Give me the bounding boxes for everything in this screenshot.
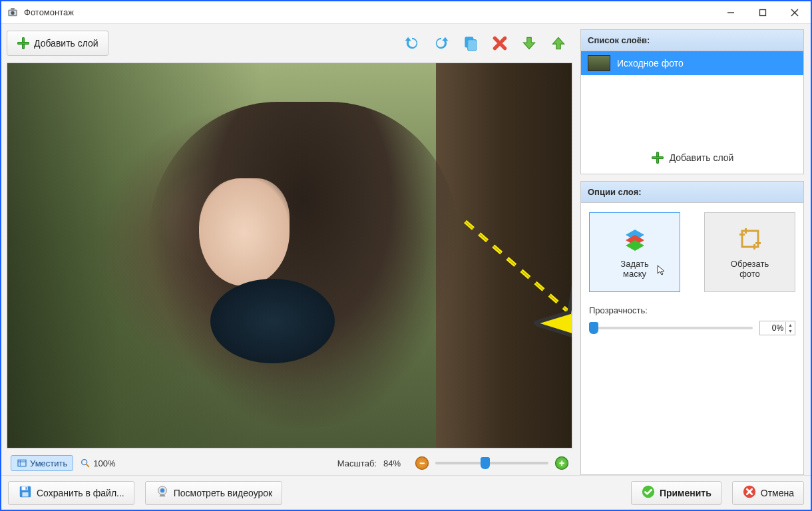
layer-up-icon[interactable]: [548, 33, 568, 53]
options-panel: Опции слоя: Задать маску: [580, 181, 804, 475]
canvas[interactable]: [7, 63, 572, 448]
opacity-label: Прозрачность:: [589, 305, 795, 315]
cancel-button[interactable]: Отмена: [732, 481, 804, 505]
layers-stack-icon: [622, 226, 648, 252]
opacity-spinbox[interactable]: ▲ ▼: [759, 321, 795, 335]
layer-thumbnail: [588, 55, 610, 71]
svg-rect-26: [25, 487, 27, 490]
app-icon: [7, 7, 19, 19]
canvas-image-detail: [210, 279, 335, 363]
cursor-icon: [657, 265, 668, 275]
scale-label: Масштаб:: [337, 458, 377, 468]
svg-line-14: [87, 464, 89, 467]
add-layer-row[interactable]: Добавить слой: [581, 144, 803, 174]
save-file-label: Сохранить в файл...: [37, 488, 124, 498]
redo-icon[interactable]: [431, 33, 451, 53]
fit-label: Уместить: [30, 458, 67, 468]
fit-button[interactable]: Уместить: [11, 455, 73, 471]
cancel-icon: [742, 484, 757, 501]
layers-header: Список слоёв:: [581, 30, 803, 51]
svg-rect-19: [739, 234, 745, 236]
scale-value: 84%: [383, 458, 401, 468]
zoom-100-button[interactable]: 100%: [80, 458, 115, 468]
spin-up[interactable]: ▲: [786, 322, 795, 328]
crop-photo-label: Обрезать фото: [731, 259, 769, 279]
crop-photo-tile[interactable]: Обрезать фото: [704, 212, 795, 292]
save-icon: [18, 484, 33, 501]
opacity-input[interactable]: [760, 323, 785, 333]
svg-rect-12: [18, 460, 26, 466]
webcam-icon: [155, 484, 170, 501]
fit-icon: [17, 458, 27, 468]
watch-video-button[interactable]: Посмотреть видеоурок: [145, 481, 282, 505]
svg-rect-18: [742, 231, 758, 247]
add-layer-label: Добавить слой: [670, 152, 734, 163]
window-title: Фотомонтаж: [24, 7, 715, 17]
delete-icon[interactable]: [490, 33, 510, 53]
body: Добавить слой: [1, 24, 811, 475]
apply-label: Применить: [660, 488, 711, 498]
zoom-slider[interactable]: [435, 462, 548, 464]
layer-down-icon[interactable]: [519, 33, 539, 53]
add-layer-button[interactable]: Добавить слой: [7, 31, 108, 56]
options-header: Опции слоя:: [581, 182, 803, 203]
maximize-button[interactable]: [747, 1, 779, 23]
svg-point-2: [11, 11, 14, 14]
minimize-button[interactable]: [715, 1, 747, 23]
app-window: Фотомонтаж Добавить слой: [0, 0, 812, 511]
svg-rect-5: [760, 9, 766, 15]
svg-rect-24: [22, 486, 28, 490]
left-pane: Добавить слой: [1, 24, 578, 475]
svg-rect-21: [745, 228, 747, 234]
layer-item[interactable]: Исходное фото: [581, 51, 803, 75]
check-icon: [641, 484, 656, 501]
plus-icon: [17, 37, 30, 50]
svg-rect-22: [753, 244, 755, 250]
window-controls: [715, 1, 811, 23]
watch-video-label: Посмотреть видеоурок: [174, 488, 272, 498]
plus-icon: [651, 151, 664, 164]
canvas-image-detail: [148, 102, 459, 428]
add-layer-label: Добавить слой: [34, 38, 99, 49]
opacity-slider[interactable]: [589, 327, 753, 329]
layers-panel: Список слоёв: Исходное фото Добавить сло…: [580, 29, 804, 174]
opacity-slider-thumb[interactable]: [589, 322, 598, 334]
title-bar: Фотомонтаж: [1, 1, 811, 24]
svg-rect-3: [11, 8, 15, 9]
layer-item-label: Исходное фото: [617, 58, 684, 69]
crop-icon: [737, 226, 763, 252]
footer: Сохранить в файл... Посмотреть видеоурок…: [1, 475, 811, 510]
spin-down[interactable]: ▼: [786, 328, 795, 334]
zoom-out-button[interactable]: −: [415, 456, 429, 470]
undo-icon[interactable]: [402, 33, 422, 53]
cancel-label: Отмена: [761, 488, 794, 498]
set-mask-label: Задать маску: [620, 259, 648, 279]
right-pane: Список слоёв: Исходное фото Добавить сло…: [578, 24, 811, 475]
close-button[interactable]: [779, 1, 811, 23]
apply-button[interactable]: Применить: [631, 481, 721, 505]
copy-icon[interactable]: [461, 33, 481, 53]
zoom-100-label: 100%: [93, 458, 115, 468]
zoom-slider-thumb[interactable]: [481, 457, 490, 469]
zoom-bar: Уместить 100% Масштаб: 84% − +: [7, 451, 572, 475]
set-mask-tile[interactable]: Задать маску: [589, 212, 680, 292]
svg-rect-9: [468, 40, 477, 51]
save-file-button[interactable]: Сохранить в файл...: [8, 481, 134, 505]
svg-rect-20: [755, 242, 761, 244]
zoom-in-button[interactable]: +: [555, 456, 568, 470]
layer-list[interactable]: Исходное фото: [581, 51, 803, 144]
canvas-image-detail: [199, 178, 290, 286]
svg-point-28: [160, 488, 164, 492]
svg-rect-25: [22, 492, 28, 496]
magnifier-icon: [80, 458, 91, 468]
toolbar: Добавить слой: [7, 29, 572, 57]
